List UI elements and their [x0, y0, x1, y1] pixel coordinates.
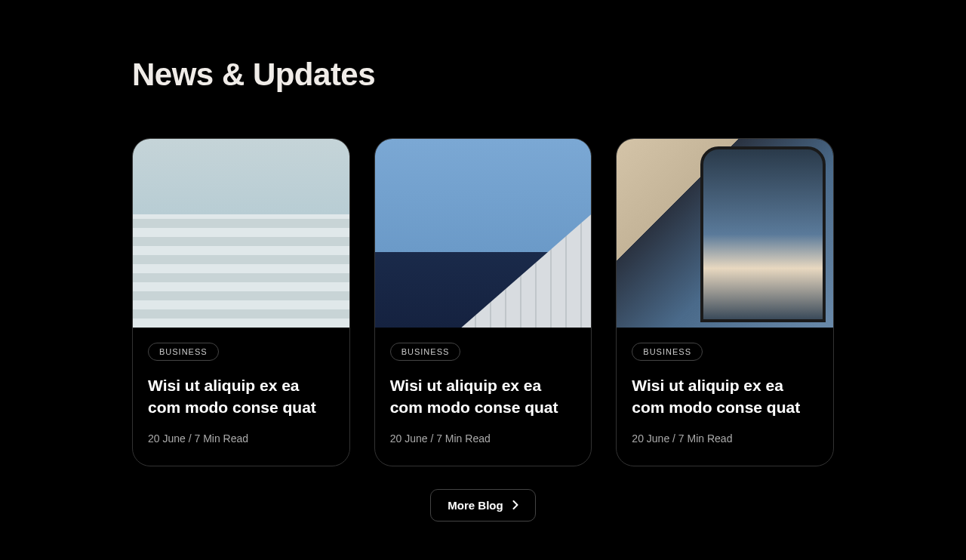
more-blog-button[interactable]: More Blog — [430, 489, 535, 522]
card-title[interactable]: Wisi ut aliquip ex ea com modo conse qua… — [390, 374, 577, 419]
blog-card[interactable]: BUSINESS Wisi ut aliquip ex ea com modo … — [374, 138, 592, 466]
card-title[interactable]: Wisi ut aliquip ex ea com modo conse qua… — [148, 374, 334, 419]
blog-card[interactable]: BUSINESS Wisi ut aliquip ex ea com modo … — [616, 138, 834, 466]
card-body: BUSINESS Wisi ut aliquip ex ea com modo … — [375, 328, 592, 466]
card-thumbnail — [617, 139, 833, 328]
card-body: BUSINESS Wisi ut aliquip ex ea com modo … — [617, 328, 833, 466]
cards-grid: BUSINESS Wisi ut aliquip ex ea com modo … — [132, 138, 834, 466]
section-title: News & Updates — [132, 57, 834, 93]
chevron-right-icon — [512, 500, 518, 509]
news-section: News & Updates BUSINESS Wisi ut aliquip … — [0, 0, 966, 559]
card-meta: 20 June / 7 Min Read — [390, 432, 577, 445]
category-badge[interactable]: BUSINESS — [390, 343, 461, 361]
blog-card[interactable]: BUSINESS Wisi ut aliquip ex ea com modo … — [132, 138, 350, 466]
card-title[interactable]: Wisi ut aliquip ex ea com modo conse qua… — [632, 374, 818, 419]
card-meta: 20 June / 7 Min Read — [632, 432, 818, 445]
card-thumbnail — [133, 139, 349, 328]
card-meta: 20 June / 7 Min Read — [148, 432, 334, 445]
button-wrapper: More Blog — [132, 489, 834, 522]
card-body: BUSINESS Wisi ut aliquip ex ea com modo … — [133, 328, 349, 466]
card-thumbnail — [375, 139, 592, 328]
category-badge[interactable]: BUSINESS — [148, 343, 219, 361]
more-blog-label: More Blog — [448, 499, 503, 512]
category-badge[interactable]: BUSINESS — [632, 343, 703, 361]
